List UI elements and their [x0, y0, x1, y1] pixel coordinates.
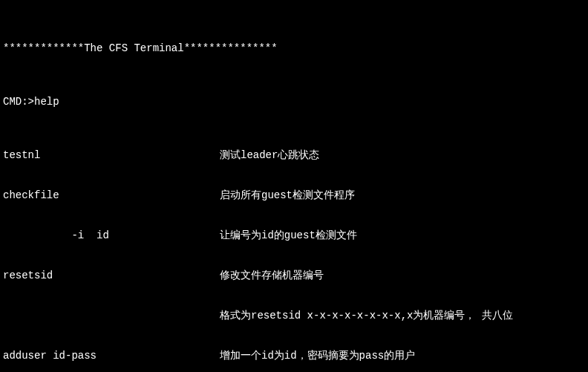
- help-cmd: -i id: [3, 229, 220, 242]
- help-row: -i id让编号为id的guest检测文件: [3, 229, 588, 242]
- help-cmd: [3, 309, 220, 322]
- help-cmd: checkfile: [3, 189, 220, 202]
- help-desc: 增加一个id为id，密码摘要为pass的用户: [220, 349, 415, 362]
- help-desc: 启动所有guest检测文件程序: [220, 189, 355, 202]
- cfs-terminal: *************The CFS Terminal***********…: [0, 0, 588, 372]
- help-cmd: adduser id-pass: [3, 349, 220, 362]
- prompt-input-echo: help: [34, 95, 59, 108]
- help-cmd: testnl: [3, 149, 220, 162]
- help-row: testnl测试leader心跳状态: [3, 149, 588, 162]
- prompt-line-1: CMD:>help: [3, 95, 588, 108]
- terminal-header: *************The CFS Terminal***********…: [3, 42, 588, 55]
- help-desc: 格式为resetsid x-x-x-x-x-x-x-x,x为机器编号， 共八位: [220, 309, 513, 322]
- help-desc: 测试leader心跳状态: [220, 149, 319, 162]
- help-row: resetsid修改文件存储机器编号: [3, 269, 588, 282]
- help-row: adduser id-pass增加一个id为id，密码摘要为pass的用户: [3, 349, 588, 362]
- prompt-label: CMD:>: [3, 95, 34, 108]
- help-cmd: resetsid: [3, 269, 220, 282]
- help-desc: 让编号为id的guest检测文件: [220, 229, 357, 242]
- help-row: 格式为resetsid x-x-x-x-x-x-x-x,x为机器编号， 共八位: [3, 309, 588, 322]
- help-row: checkfile启动所有guest检测文件程序: [3, 189, 588, 202]
- help-desc: 修改文件存储机器编号: [220, 269, 324, 282]
